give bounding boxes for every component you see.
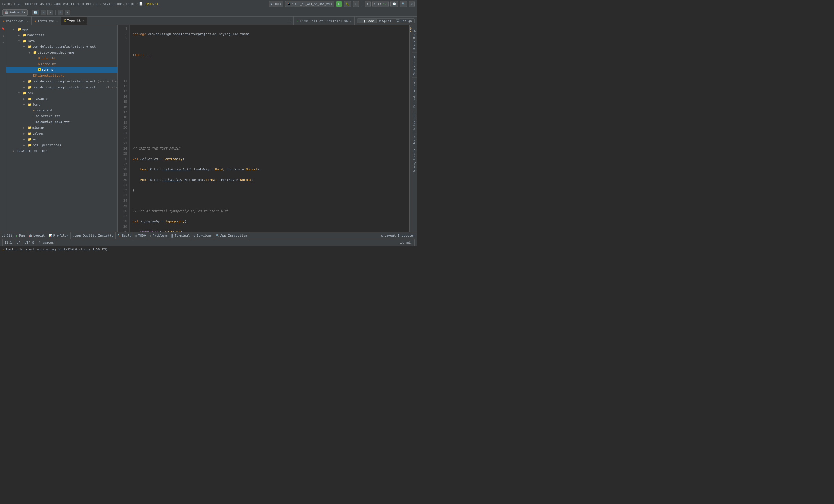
project-tree: ▼ 📁 app ▶ 📁 manifests ▼ 📁 java ▼ 📁 com.d… bbox=[6, 25, 117, 232]
tree-item-res-generated[interactable]: ▶ 📁 res (generated) bbox=[6, 142, 117, 148]
todo-side-icon[interactable]: ✏ bbox=[1, 40, 5, 45]
debug-button[interactable]: 🐛 bbox=[344, 1, 351, 7]
running-devices-panel[interactable]: Running Devices bbox=[412, 147, 417, 175]
git-tool-button[interactable]: ⎇ Git bbox=[0, 232, 15, 239]
bc-main[interactable]: main bbox=[2, 2, 10, 6]
sync-button[interactable]: 🔄 bbox=[32, 9, 39, 15]
run-tool-button[interactable]: ▶ Run bbox=[15, 232, 27, 239]
tree-item-color-kt[interactable]: ▶ K Color.kt bbox=[6, 55, 117, 61]
chevron-down-icon[interactable]: ▾ bbox=[350, 19, 352, 23]
structure-button[interactable]: ≡ bbox=[41, 9, 46, 15]
bc-theme[interactable]: theme bbox=[126, 2, 135, 6]
code-text[interactable]: package com.delasign.samplestarterprojec… bbox=[130, 25, 410, 232]
tree-item-gradle[interactable]: ▶ ⬡ Gradle Scripts bbox=[6, 148, 117, 154]
tree-item-test[interactable]: ▶ 📁 com.delasign.samplestarterproject (t… bbox=[6, 84, 117, 90]
settings-button[interactable]: ⚙ bbox=[409, 1, 415, 7]
tree-item-androidtest[interactable]: ▶ 📁 com.delasign.samplestarterproject (a… bbox=[6, 78, 117, 84]
split-view-button[interactable]: ⊟ Split bbox=[377, 18, 394, 23]
history-button[interactable]: 🕐 bbox=[390, 1, 398, 7]
logcat-button[interactable]: 🤖 Logcat bbox=[27, 232, 47, 239]
bc-styleguide[interactable]: styleguide bbox=[103, 2, 122, 6]
branch-indicator[interactable]: ⎇ main bbox=[398, 239, 415, 246]
tree-item-helvetica-bold-ttf[interactable]: ▶ T helvetica_bold.ttf bbox=[6, 119, 117, 125]
tree-item-com-delasign[interactable]: ▼ 📁 com.delasign.samplestarterproject bbox=[6, 44, 117, 49]
app-quality-button[interactable]: ★ App Quality Insights bbox=[71, 232, 115, 239]
todo-button[interactable]: ☑ TODO bbox=[133, 232, 148, 239]
tab-close-icon[interactable]: ✕ bbox=[27, 19, 28, 23]
tree-arrow-icon: ▶ bbox=[23, 143, 27, 147]
tree-item-mipmap[interactable]: ▶ 📁 mipmap bbox=[6, 125, 117, 131]
bc-java[interactable]: java bbox=[14, 2, 21, 6]
device-manager-panel[interactable]: Device Manager bbox=[412, 25, 417, 52]
push-notifications-panel[interactable]: Push Notifications bbox=[412, 77, 417, 111]
device-selector[interactable]: 📱 Pixel_3a_API_33_x86_64 ▾ bbox=[285, 1, 334, 7]
tree-item-ui-styleguide[interactable]: ▼ 📁 ui.styleguide.theme bbox=[6, 49, 117, 55]
tab-overflow[interactable]: ⋮ bbox=[288, 17, 293, 25]
tree-item-drawable[interactable]: ▶ 📁 drawable bbox=[6, 96, 117, 101]
line-num: 19 bbox=[117, 120, 127, 125]
tree-arrow-icon: ▼ bbox=[23, 103, 27, 106]
tab-close-icon[interactable]: ✕ bbox=[82, 19, 84, 22]
tree-item-mainactivity[interactable]: ▶ K MainActivity.kt bbox=[6, 73, 117, 78]
live-edit-indicator: ⚡ Live Edit of literals: ON ▾ bbox=[293, 17, 354, 25]
tree-item-res[interactable]: ▼ 📁 res bbox=[6, 90, 117, 96]
services-button[interactable]: ⚙ Services bbox=[192, 232, 214, 239]
bc-project[interactable]: samplestarterproject bbox=[53, 2, 91, 6]
profiler-button[interactable]: 📊 Profiler bbox=[47, 232, 71, 239]
tree-item-app[interactable]: ▼ 📁 app bbox=[6, 26, 117, 32]
build-button[interactable]: 🔨 Build bbox=[115, 232, 133, 239]
app-selector[interactable]: ▶ app ▾ bbox=[269, 1, 283, 7]
tree-item-manifests[interactable]: ▶ 📁 manifests bbox=[6, 32, 117, 38]
vertical-scrollbar[interactable]: △ 1 bbox=[410, 25, 412, 232]
line-num: 24 bbox=[117, 146, 127, 151]
code-line-blank7 bbox=[133, 125, 410, 131]
bc-com[interactable]: com bbox=[25, 2, 31, 6]
tree-item-xml[interactable]: ▶ 📁 xml bbox=[6, 136, 117, 142]
code-view-button[interactable]: { } Code bbox=[357, 18, 376, 23]
android-selector[interactable]: 🤖 Android ▾ bbox=[2, 9, 27, 16]
breadcrumb: main / java / com / delasign / samplesta… bbox=[2, 2, 158, 6]
logcat-icon: 🤖 bbox=[29, 234, 32, 237]
position-indicator[interactable]: 11:1 bbox=[2, 239, 14, 246]
tree-item-java[interactable]: ▼ 📁 java bbox=[6, 38, 117, 44]
tab-type-kt[interactable]: K Type.kt ✕ bbox=[61, 17, 87, 25]
tab-colors-xml[interactable]: ◈ colors.xml ✕ bbox=[0, 17, 31, 25]
notifications-panel[interactable]: Notifications bbox=[412, 52, 417, 77]
line-num: 14 bbox=[117, 94, 127, 99]
design-view-button[interactable]: 🖼 Design bbox=[394, 18, 415, 23]
device-file-explorer-panel[interactable]: Device File Explorer bbox=[412, 111, 417, 147]
line-ending-indicator[interactable]: LF bbox=[15, 239, 22, 246]
code-line-blank1 bbox=[133, 63, 410, 68]
layout-inspector-button[interactable]: ⊞ Layout Inspector bbox=[380, 232, 417, 239]
indent-indicator[interactable]: 4 spaces bbox=[37, 239, 56, 246]
terminal-button[interactable]: ▌ Terminal bbox=[170, 232, 192, 239]
folder-icon: 📁 bbox=[28, 126, 32, 130]
bc-delasign[interactable]: delasign bbox=[35, 2, 50, 6]
tree-item-font[interactable]: ▼ 📁 font bbox=[6, 101, 117, 107]
tab-close-icon[interactable]: ✕ bbox=[57, 19, 58, 23]
tree-item-helvetica-ttf[interactable]: ▶ T helvetica.ttf bbox=[6, 113, 117, 119]
structure-side-icon[interactable]: ≡ bbox=[1, 34, 5, 38]
indent-button[interactable]: ⇥ bbox=[47, 9, 53, 15]
tree-item-type-kt[interactable]: ▶ K Type.kt bbox=[6, 67, 117, 73]
code-line-blank2 bbox=[133, 73, 410, 78]
bc-ui[interactable]: ui bbox=[95, 2, 99, 6]
bookmarks-icon[interactable]: 🔖 bbox=[1, 26, 5, 32]
search-button[interactable]: 🔍 bbox=[400, 1, 407, 7]
tree-item-values[interactable]: ▶ 📁 values bbox=[6, 131, 117, 136]
git-status[interactable]: Git: ✓ ✓ bbox=[372, 1, 389, 7]
tab-fonts-xml[interactable]: ◈ fonts.xml ✕ bbox=[31, 17, 61, 25]
profile-button[interactable]: ⚡ bbox=[353, 1, 359, 7]
run-button[interactable]: ▶ bbox=[336, 1, 342, 7]
folder-icon: 📁 bbox=[28, 79, 32, 83]
app-inspection-button[interactable]: 🔍 App Inspection bbox=[214, 232, 249, 239]
git-update-button[interactable]: ⬆ bbox=[365, 1, 371, 7]
tree-item-fonts-xml[interactable]: ▶ ◈ fonts.xml bbox=[6, 107, 117, 113]
charset-indicator[interactable]: UTF-8 bbox=[23, 239, 36, 246]
problems-button[interactable]: ⚠ Problems bbox=[148, 232, 170, 239]
bc-file[interactable]: 📄 Type.kt bbox=[139, 2, 158, 6]
tree-item-theme-kt[interactable]: ▶ K Theme.kt bbox=[6, 61, 117, 67]
kt-file-icon: K bbox=[38, 63, 40, 66]
settings-project-button[interactable]: ⚙ bbox=[58, 9, 63, 15]
close-project-button[interactable]: ✕ bbox=[65, 9, 70, 15]
